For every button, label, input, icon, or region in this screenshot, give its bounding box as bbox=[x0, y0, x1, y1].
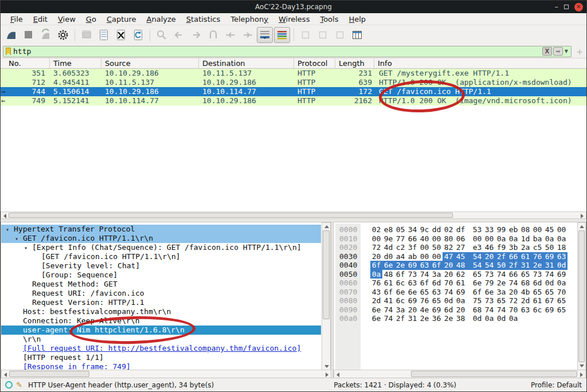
hex-byte[interactable]: 00 bbox=[418, 252, 431, 261]
hex-byte[interactable]: 73 bbox=[531, 270, 543, 279]
hex-byte[interactable]: 54 bbox=[483, 261, 495, 270]
hex-byte[interactable]: 68 bbox=[519, 279, 531, 288]
hex-byte[interactable]: 74 bbox=[507, 279, 519, 288]
packet-row-351[interactable]: 3513.60532310.10.29.18610.11.5.137HTTP23… bbox=[1, 69, 586, 78]
hex-row-0010[interactable]: 0010009e77664000800600000a0a1dba0a0a bbox=[335, 234, 577, 244]
filter-add-button[interactable]: + bbox=[575, 47, 584, 56]
restore-icon[interactable] bbox=[564, 5, 569, 9]
hex-byte[interactable]: 48 bbox=[455, 261, 467, 270]
hex-byte[interactable]: 6f bbox=[471, 288, 483, 297]
hex-byte[interactable]: 0d bbox=[555, 261, 568, 270]
hex-byte[interactable]: 9e bbox=[382, 234, 394, 244]
expand-arrow-icon[interactable]: ▾ bbox=[6, 225, 14, 234]
hex-byte[interactable]: 69 bbox=[406, 261, 418, 270]
menu-view[interactable]: View bbox=[53, 14, 81, 25]
hex-byte[interactable]: 2f bbox=[495, 252, 507, 261]
hex-byte[interactable]: 63 bbox=[555, 252, 568, 261]
hex-byte[interactable]: 74 bbox=[382, 314, 394, 323]
hex-byte[interactable]: c5 bbox=[531, 243, 543, 252]
details-hscrollbar[interactable] bbox=[1, 370, 331, 378]
hex-byte[interactable]: 2e bbox=[394, 261, 406, 270]
hex-byte[interactable]: 00 bbox=[370, 234, 382, 244]
capture-options-icon[interactable] bbox=[55, 27, 71, 43]
hex-byte[interactable]: 31 bbox=[543, 261, 555, 270]
hex-byte[interactable]: 75 bbox=[471, 296, 483, 305]
hex-byte[interactable]: 63 bbox=[519, 305, 531, 315]
column-header-info[interactable]: Info bbox=[374, 58, 586, 68]
hex-byte[interactable]: 72 bbox=[370, 243, 382, 252]
hex-byte[interactable]: 65 bbox=[555, 305, 568, 315]
hex-byte[interactable]: 3a bbox=[431, 270, 443, 279]
expand-arrow-icon[interactable]: ▾ bbox=[15, 234, 23, 244]
hex-byte[interactable]: 18 bbox=[555, 243, 568, 252]
hex-byte[interactable]: 0a bbox=[495, 234, 507, 244]
hex-byte[interactable]: ab bbox=[406, 252, 418, 261]
menu-go[interactable]: Go bbox=[81, 14, 101, 25]
hex-byte[interactable]: 70 bbox=[443, 279, 455, 288]
hex-byte[interactable]: 45 bbox=[543, 225, 555, 234]
hex-byte[interactable]: 76 bbox=[418, 296, 431, 305]
minimize-icon[interactable]: – bbox=[555, 4, 559, 10]
column-header-no[interactable]: No. bbox=[1, 58, 50, 68]
hex-byte[interactable]: df bbox=[455, 225, 467, 234]
hex-byte[interactable]: 20 bbox=[443, 261, 455, 270]
reload-file-icon[interactable] bbox=[130, 27, 146, 43]
detail-line-15[interactable]: [Response in frame: 749] bbox=[1, 362, 321, 370]
filter-dropdown-icon[interactable]: ▼ bbox=[565, 49, 568, 54]
hex-byte[interactable]: 74 bbox=[483, 305, 495, 315]
hex-byte[interactable]: 6f bbox=[418, 279, 431, 288]
hex-row-0020[interactable]: 0020724dc23f00508227e346f93b2ac55018 bbox=[335, 243, 577, 252]
hex-byte[interactable]: 6e bbox=[394, 288, 406, 297]
hex-byte[interactable]: 3b bbox=[507, 243, 519, 252]
hex-byte[interactable]: 65 bbox=[471, 270, 483, 279]
hex-byte[interactable]: 50 bbox=[543, 243, 555, 252]
hex-byte[interactable]: 0a bbox=[483, 314, 495, 323]
hex-byte[interactable]: 69 bbox=[431, 305, 443, 315]
column-header-time[interactable]: Time bbox=[50, 58, 101, 68]
hex-byte[interactable]: 36 bbox=[431, 314, 443, 323]
hex-byte[interactable]: 66 bbox=[507, 270, 519, 279]
auto-scroll-icon[interactable] bbox=[257, 27, 273, 43]
hex-byte[interactable]: 2f bbox=[394, 314, 406, 323]
hex-byte[interactable]: 70 bbox=[555, 288, 568, 297]
hex-byte[interactable]: 6d bbox=[431, 279, 443, 288]
hex-byte[interactable]: 61 bbox=[519, 252, 531, 261]
hex-byte[interactable]: 76 bbox=[370, 279, 382, 288]
hex-byte[interactable]: 53 bbox=[471, 225, 483, 234]
column-header-destination[interactable]: Destination bbox=[199, 58, 294, 68]
hex-byte[interactable]: 05 bbox=[394, 225, 406, 234]
hex-byte[interactable]: 0d bbox=[471, 314, 483, 323]
hex-byte[interactable]: 63 bbox=[431, 288, 443, 297]
hex-byte[interactable]: d0 bbox=[382, 252, 394, 261]
hex-byte[interactable]: 0d bbox=[443, 296, 455, 305]
close-icon[interactable]: ✕ bbox=[574, 3, 583, 11]
hex-byte[interactable]: 65 bbox=[519, 270, 531, 279]
hex-byte[interactable]: 65 bbox=[543, 288, 555, 297]
hex-byte[interactable]: f9 bbox=[495, 243, 507, 252]
hex-byte[interactable]: 00 bbox=[418, 243, 431, 252]
hex-byte[interactable]: 20 bbox=[443, 270, 455, 279]
hex-byte[interactable]: 00 bbox=[431, 252, 443, 261]
detail-line-11[interactable]: user-agent: Nim httpclient/1.6.8\r\n bbox=[1, 326, 321, 335]
hex-byte[interactable]: 65 bbox=[531, 288, 543, 297]
hex-row-0070[interactable]: 0070436f6e6e656374696f6e3a204b656570 bbox=[335, 288, 577, 297]
hex-byte[interactable]: 0a bbox=[543, 234, 555, 244]
hex-byte[interactable]: 63 bbox=[406, 279, 418, 288]
hex-byte[interactable]: 74 bbox=[382, 305, 394, 315]
hex-byte[interactable]: 9c bbox=[418, 225, 431, 234]
hex-byte[interactable]: 6c bbox=[394, 296, 406, 305]
detail-line-3[interactable]: [GET /favicon.ico HTTP/1.1\r\n] bbox=[1, 252, 321, 261]
packet-row-749[interactable]: ←7495.15214110.10.114.7710.10.29.186HTTP… bbox=[1, 96, 586, 105]
hex-byte[interactable]: 48 bbox=[382, 270, 394, 279]
hex-byte[interactable]: 08 bbox=[519, 225, 531, 234]
hex-row-0030[interactable]: 003020d0a4ab0000474554202f6661766963 bbox=[335, 252, 577, 261]
hex-byte[interactable]: ba bbox=[531, 234, 543, 244]
menu-edit[interactable]: Edit bbox=[28, 14, 53, 25]
start-capture-icon[interactable] bbox=[3, 27, 19, 43]
hex-byte[interactable]: 69 bbox=[543, 252, 555, 261]
display-filter-field[interactable]: X ➡ ▼ bbox=[3, 46, 572, 57]
hex-byte[interactable]: 6f bbox=[394, 270, 406, 279]
hex-byte[interactable]: 70 bbox=[507, 305, 519, 315]
hex-byte[interactable]: a4 bbox=[394, 252, 406, 261]
status-profile[interactable]: Profile: Default bbox=[531, 381, 582, 389]
